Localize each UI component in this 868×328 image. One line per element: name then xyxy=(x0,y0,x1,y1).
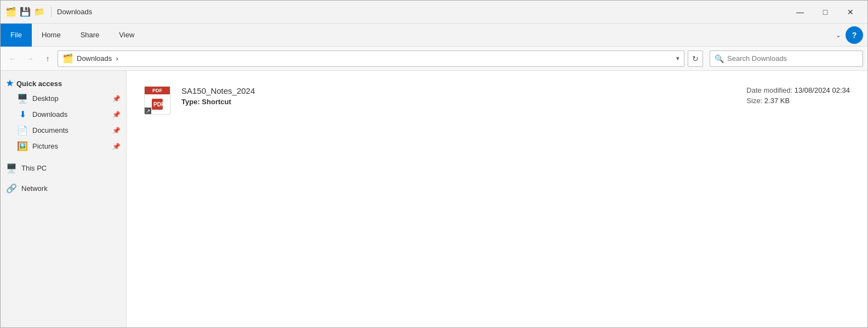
svg-text:PDF: PDF xyxy=(153,101,164,108)
file-name: SA150_Notes_2024 xyxy=(181,86,738,95)
downloads-label: Downloads xyxy=(32,110,67,118)
save-icon: 💾 xyxy=(19,6,31,18)
pdf-acrobat-svg: PDF xyxy=(151,98,164,111)
ribbon: File Home Share View ⌄ ? xyxy=(1,24,867,47)
address-folder-icon: 🗂️ xyxy=(62,53,73,64)
sidebar-item-downloads[interactable]: ⬇ Downloads 📌 xyxy=(1,106,126,122)
address-box[interactable]: 🗂️ Downloads › ▾ xyxy=(58,50,684,67)
sidebar-item-documents[interactable]: 📄 Documents 📌 xyxy=(1,122,126,138)
pin-icon-documents: 📌 xyxy=(112,127,121,134)
content-area: PDF PDF ↗ SA150_Notes_2024 Type: Shortcu… xyxy=(127,71,867,327)
address-path: Downloads › xyxy=(77,54,673,63)
pin-icon-downloads: 📌 xyxy=(112,111,121,118)
size-label: Size: xyxy=(746,97,762,105)
pdf-icon-body: PDF xyxy=(151,94,164,114)
documents-icon: 📄 xyxy=(17,125,28,135)
desktop-icon: 🖥️ xyxy=(17,93,28,104)
address-bar-row: ← → ↑ 🗂️ Downloads › ▾ ↻ 🔍 xyxy=(1,47,867,71)
ribbon-chevron-icon[interactable]: ⌄ xyxy=(836,31,841,39)
sidebar-item-desktop[interactable]: 🖥️ Desktop 📌 xyxy=(1,91,126,106)
shortcut-arrow-icon: ↗ xyxy=(145,108,151,114)
pictures-icon: 🖼️ xyxy=(17,141,28,151)
forward-button[interactable]: → xyxy=(22,51,38,66)
file-info: SA150_Notes_2024 Type: Shortcut xyxy=(181,86,738,106)
quick-access-label: Quick access xyxy=(16,80,62,88)
tab-view[interactable]: View xyxy=(109,24,144,47)
address-dropdown-icon[interactable]: ▾ xyxy=(676,55,679,62)
main-layout: ★ Quick access 🖥️ Desktop 📌 ⬇ Downloads … xyxy=(1,71,867,327)
maximize-button[interactable]: □ xyxy=(813,3,838,21)
date-modified-label: Date modified: xyxy=(746,86,792,94)
tab-file[interactable]: File xyxy=(1,24,32,47)
window-controls: — □ ✕ xyxy=(787,3,863,21)
pictures-label: Pictures xyxy=(32,142,58,150)
network-label: Network xyxy=(21,184,48,193)
tab-home[interactable]: Home xyxy=(32,24,71,47)
folder-icon: 🗂️ xyxy=(5,6,17,18)
back-button[interactable]: ← xyxy=(5,51,20,66)
this-pc-label: This PC xyxy=(21,164,47,172)
pdf-icon-wrapper: PDF PDF ↗ xyxy=(144,86,170,115)
new-folder-icon: 📁 xyxy=(33,6,45,18)
size-value: 2.37 KB xyxy=(764,97,790,105)
sidebar-item-pictures[interactable]: 🖼️ Pictures 📌 xyxy=(1,138,126,154)
file-thumbnail: PDF PDF ↗ xyxy=(144,86,173,115)
pdf-icon-top: PDF xyxy=(145,87,170,94)
minimize-button[interactable]: — xyxy=(787,3,813,21)
close-button[interactable]: ✕ xyxy=(838,3,863,21)
documents-label: Documents xyxy=(32,126,68,134)
title-bar-icons: 🗂️ 💾 📁 xyxy=(5,6,55,18)
star-icon: ★ xyxy=(6,78,13,88)
sidebar: ★ Quick access 🖥️ Desktop 📌 ⬇ Downloads … xyxy=(1,71,127,327)
file-size: Size: 2.37 KB xyxy=(746,97,850,105)
search-icon: 🔍 xyxy=(715,54,724,63)
title-separator xyxy=(51,7,52,18)
search-input[interactable] xyxy=(727,54,858,63)
address-path-text: Downloads xyxy=(77,54,112,63)
pin-icon-desktop: 📌 xyxy=(112,95,121,103)
help-button[interactable]: ? xyxy=(846,26,863,44)
desktop-label: Desktop xyxy=(32,94,59,103)
sidebar-item-network[interactable]: 🔗 Network xyxy=(1,180,126,197)
network-icon: 🔗 xyxy=(6,183,17,194)
file-date-modified: Date modified: 13/08/2024 02:34 xyxy=(746,86,850,94)
this-pc-icon: 🖥️ xyxy=(6,163,17,173)
file-type-label: Type: xyxy=(181,98,200,106)
date-modified-value: 13/08/2024 02:34 xyxy=(795,86,850,94)
file-type-value: Shortcut xyxy=(202,98,231,106)
file-type: Type: Shortcut xyxy=(181,98,738,106)
search-box[interactable]: 🔍 xyxy=(710,50,863,67)
quick-access-header[interactable]: ★ Quick access xyxy=(1,75,126,91)
sidebar-item-this-pc[interactable]: 🖥️ This PC xyxy=(1,160,126,177)
window-title: Downloads xyxy=(57,8,92,16)
file-meta: Date modified: 13/08/2024 02:34 Size: 2.… xyxy=(746,86,850,105)
tab-share[interactable]: Share xyxy=(71,24,110,47)
refresh-button[interactable]: ↻ xyxy=(688,50,703,67)
pin-icon-pictures: 📌 xyxy=(112,143,121,150)
title-bar: 🗂️ 💾 📁 Downloads — □ ✕ xyxy=(1,1,867,24)
downloads-icon: ⬇ xyxy=(17,109,28,120)
file-item-sa150[interactable]: PDF PDF ↗ SA150_Notes_2024 Type: Shortcu… xyxy=(140,82,854,119)
up-button[interactable]: ↑ xyxy=(40,51,55,66)
